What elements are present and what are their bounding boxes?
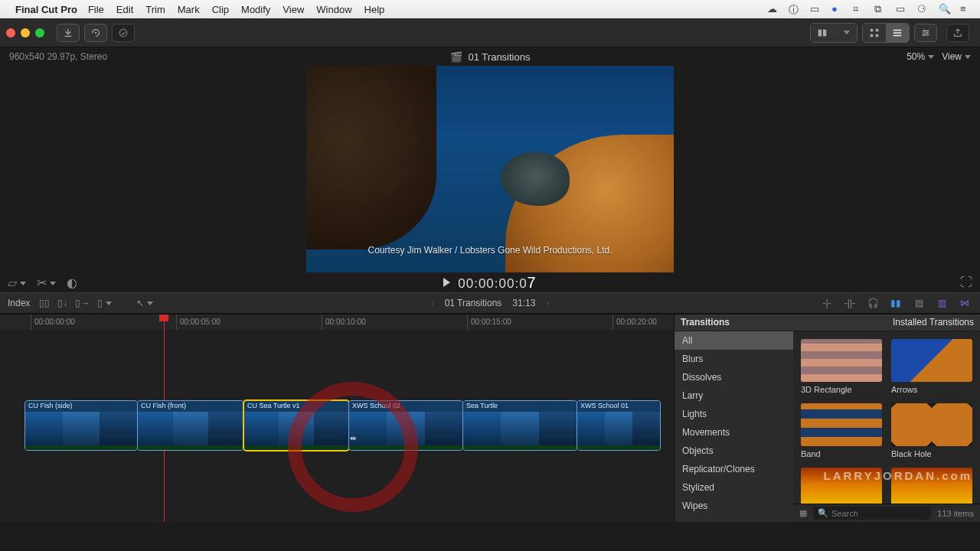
wifi-icon[interactable]: ⚆ bbox=[917, 3, 929, 15]
battery-icon[interactable]: ▭ bbox=[896, 3, 908, 15]
search-input[interactable] bbox=[831, 509, 926, 518]
keyword-button[interactable] bbox=[84, 24, 107, 42]
transitions-category[interactable]: Stylized bbox=[675, 478, 793, 497]
menu-trim[interactable]: Trim bbox=[145, 4, 165, 15]
primary-storyline[interactable]: CU Fish (side)CU Fish (front)CU Sea Turt… bbox=[24, 400, 661, 451]
solo-icon[interactable]: 🎧 bbox=[865, 298, 880, 308]
arrow-tool-icon[interactable]: ↖ bbox=[136, 298, 153, 308]
snapping-icon[interactable]: ▮▮ bbox=[888, 298, 903, 308]
app-name[interactable]: Final Cut Pro bbox=[15, 4, 77, 15]
insert-clip-icon[interactable]: ▯↓ bbox=[57, 298, 67, 308]
transitions-category[interactable]: Objects bbox=[675, 442, 793, 460]
share-button[interactable] bbox=[946, 24, 969, 42]
import-button[interactable] bbox=[57, 24, 80, 42]
svg-rect-4 bbox=[871, 28, 874, 31]
icloud-icon[interactable]: ☁︎ bbox=[767, 3, 779, 15]
transition-item[interactable]: Arrows bbox=[891, 339, 972, 394]
screen-icon[interactable]: ⧉ bbox=[874, 3, 887, 15]
menu-modify[interactable]: Modify bbox=[241, 4, 270, 15]
dot-icon[interactable]: ● bbox=[831, 3, 844, 15]
menu-help[interactable]: Help bbox=[364, 4, 385, 15]
transition-item[interactable]: Black Hole bbox=[891, 403, 972, 458]
app-toolbar bbox=[0, 18, 980, 47]
library-list-icon[interactable] bbox=[886, 24, 909, 42]
viewer-timecode[interactable]: 00:00:00:07 bbox=[458, 274, 536, 292]
menu-file[interactable]: File bbox=[88, 4, 104, 15]
transitions-category[interactable]: Wipes bbox=[675, 497, 793, 515]
overwrite-clip-icon[interactable]: ▯ bbox=[97, 298, 112, 308]
layout-option-dropdown[interactable] bbox=[834, 24, 857, 42]
timeline-clip[interactable]: CU Fish (front) bbox=[137, 400, 244, 451]
transition-item[interactable] bbox=[891, 468, 972, 504]
installed-transitions-label[interactable]: Installed Transitions bbox=[793, 315, 980, 331]
window-minimize-button[interactable] bbox=[21, 28, 30, 37]
history-back-icon[interactable]: ‹ bbox=[431, 298, 434, 308]
grid-view-icon[interactable]: ▦ bbox=[799, 508, 807, 518]
timeline-clip[interactable]: XWS School 02 bbox=[348, 400, 463, 451]
hamburger-icon[interactable]: ≡ bbox=[960, 3, 972, 15]
transition-item[interactable] bbox=[801, 468, 882, 504]
ruler-tick: 00:00:05:00 bbox=[176, 315, 220, 330]
transitions-browser-icon[interactable]: ⋈ bbox=[957, 298, 972, 308]
crop-tool-button[interactable]: ✂︎ bbox=[37, 276, 56, 290]
effects-browser-icon[interactable]: ▥ bbox=[934, 298, 949, 308]
clip-appearance-icon[interactable]: ▤ bbox=[911, 298, 926, 308]
svg-point-11 bbox=[923, 30, 925, 31]
transitions-category[interactable]: Blurs bbox=[675, 350, 793, 368]
transition-item[interactable]: Band bbox=[801, 403, 882, 458]
transitions-count: 113 items bbox=[937, 509, 974, 518]
display-icon[interactable]: ▭ bbox=[810, 3, 822, 15]
timeline-ruler[interactable]: 00:00:00:0000:00:05:0000:00:10:0000:00:1… bbox=[0, 315, 674, 330]
transform-tool-button[interactable]: ▱ bbox=[8, 276, 26, 290]
transitions-category[interactable]: Movements bbox=[675, 423, 793, 442]
chevron-down-icon bbox=[928, 55, 934, 59]
ruler-tick: 00:00:20:00 bbox=[612, 315, 657, 330]
zoom-level[interactable]: 50% bbox=[906, 51, 934, 62]
transition-name: Black Hole bbox=[891, 449, 972, 458]
retime-tool-button[interactable]: ◐ bbox=[67, 276, 77, 290]
svg-rect-7 bbox=[876, 34, 879, 37]
browser-layout-segmented[interactable] bbox=[810, 23, 858, 43]
menu-clip[interactable]: Clip bbox=[212, 4, 229, 15]
transitions-category[interactable]: Dissolves bbox=[675, 368, 793, 386]
transition-item[interactable]: 3D Rectangle bbox=[801, 339, 882, 394]
menu-window[interactable]: Window bbox=[316, 4, 351, 15]
svg-point-0 bbox=[95, 31, 96, 33]
connect-clip-icon[interactable]: ▯▯ bbox=[39, 298, 50, 308]
spotlight-icon[interactable]: 🔍 bbox=[939, 3, 951, 15]
timeline-clip[interactable]: CU Fish (side) bbox=[24, 400, 138, 451]
timeline-clip[interactable]: XWS School 01 bbox=[577, 400, 661, 451]
history-forward-icon[interactable]: › bbox=[546, 298, 549, 308]
background-tasks-button[interactable] bbox=[112, 24, 135, 42]
view-menu[interactable]: View bbox=[942, 51, 971, 62]
timeline[interactable]: 00:00:00:0000:00:05:0000:00:10:0000:00:1… bbox=[0, 315, 674, 522]
window-close-button[interactable] bbox=[6, 28, 15, 37]
transitions-category[interactable]: Replicator/Clones bbox=[675, 460, 793, 478]
play-button[interactable] bbox=[443, 278, 450, 287]
info-icon[interactable]: ⓘ bbox=[789, 3, 801, 15]
transitions-category[interactable]: All bbox=[675, 331, 793, 350]
index-button[interactable]: Index bbox=[8, 298, 30, 308]
transitions-search-field[interactable]: 🔍 bbox=[813, 507, 931, 520]
library-grid-icon[interactable] bbox=[863, 24, 886, 42]
viewer-canvas[interactable]: Courtesy Jim Walker / Lobsters Gone Wild… bbox=[0, 66, 980, 272]
fullscreen-button[interactable]: ⛶ bbox=[960, 276, 972, 289]
library-layout-segmented[interactable] bbox=[862, 23, 910, 43]
dropbox-icon[interactable]: ⌗ bbox=[853, 3, 865, 15]
skimming-icon[interactable]: -|- bbox=[819, 298, 835, 308]
audio-skimming-icon[interactable]: -||- bbox=[842, 298, 858, 308]
menu-mark[interactable]: Mark bbox=[178, 4, 200, 15]
transitions-category[interactable]: Lights bbox=[675, 405, 793, 423]
timeline-clip[interactable]: CU Sea Turtle v1 bbox=[243, 400, 349, 451]
transition-thumbnail bbox=[801, 339, 882, 382]
svg-point-1 bbox=[119, 29, 127, 37]
timeline-clip[interactable]: Sea Turtle bbox=[462, 400, 577, 451]
window-zoom-button[interactable] bbox=[35, 28, 44, 37]
inspector-toggle-button[interactable] bbox=[914, 24, 937, 42]
menu-view[interactable]: View bbox=[283, 4, 304, 15]
menu-edit[interactable]: Edit bbox=[116, 4, 133, 15]
transitions-category[interactable]: Larry bbox=[675, 386, 793, 405]
append-clip-icon[interactable]: ▯→ bbox=[75, 298, 90, 308]
layout-option-1[interactable] bbox=[811, 24, 834, 42]
transition-thumbnail bbox=[801, 403, 882, 446]
